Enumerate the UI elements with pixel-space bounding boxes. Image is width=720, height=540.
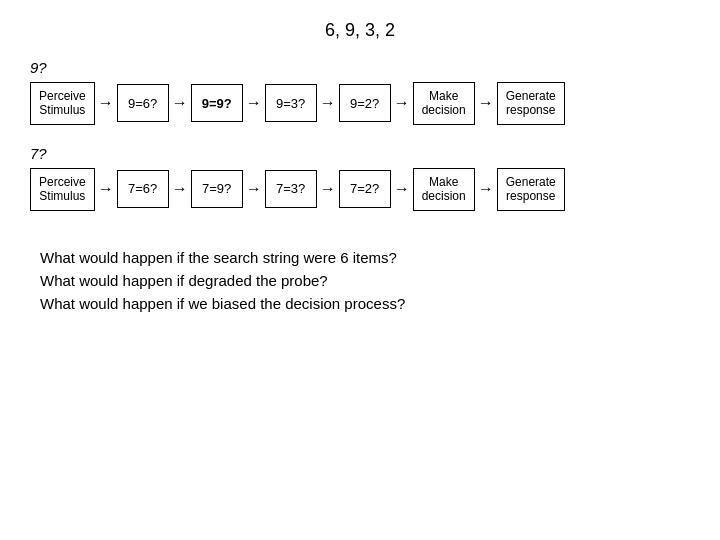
row1-box-2: 9=9? [191,84,243,122]
row2-arrow-0: → [95,180,117,198]
question-2: What would happen if degraded the probe? [40,272,405,289]
row2-label: 7? [30,145,565,162]
row1-box-5: Make decision [413,82,475,125]
row1-box-4: 9=2? [339,84,391,122]
question-3: What would happen if we biased the decis… [40,295,405,312]
row2-box-0: Perceive Stimulus [30,168,95,211]
row2-flow: Perceive Stimulus → 7=6? → 7=9? → 7=3? →… [30,168,565,211]
row1-section: 9? Perceive Stimulus → 9=6? → 9=9? → 9=3… [30,59,565,129]
row2-section: 7? Perceive Stimulus → 7=6? → 7=9? → 7=3… [30,145,565,215]
row1-flow: Perceive Stimulus → 9=6? → 9=9? → 9=3? →… [30,82,565,125]
page: 6, 9, 3, 2 9? Perceive Stimulus → 9=6? →… [0,0,720,540]
row1-arrow-1: → [169,94,191,112]
row2-arrow-1: → [169,180,191,198]
row1-box-3: 9=3? [265,84,317,122]
row2-arrow-3: → [317,180,339,198]
row2-box-1: 7=6? [117,170,169,208]
row2-box-2: 7=9? [191,170,243,208]
row1-box-6: Generate response [497,82,565,125]
row1-arrow-5: → [475,94,497,112]
row2-box-3: 7=3? [265,170,317,208]
row2-arrow-2: → [243,180,265,198]
row2-box-6: Generate response [497,168,565,211]
row2-box-4: 7=2? [339,170,391,208]
main-title: 6, 9, 3, 2 [30,20,690,41]
row1-arrow-4: → [391,94,413,112]
questions-section: What would happen if the search string w… [30,249,405,312]
row1-box-1: 9=6? [117,84,169,122]
row1-arrow-2: → [243,94,265,112]
row2-arrow-4: → [391,180,413,198]
row1-arrow-0: → [95,94,117,112]
row1-label: 9? [30,59,565,76]
row1-arrow-3: → [317,94,339,112]
row2-arrow-5: → [475,180,497,198]
row2-box-5: Make decision [413,168,475,211]
row1-box-0: Perceive Stimulus [30,82,95,125]
question-1: What would happen if the search string w… [40,249,405,266]
